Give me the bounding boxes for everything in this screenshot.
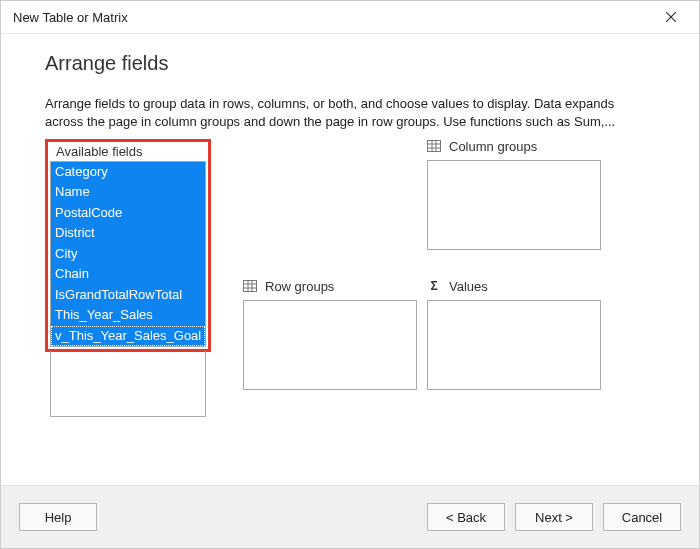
- cancel-button[interactable]: Cancel: [603, 503, 681, 531]
- sigma-icon: Σ: [427, 279, 441, 293]
- close-button[interactable]: [651, 3, 691, 31]
- back-button[interactable]: < Back: [427, 503, 505, 531]
- values-panel: Σ Values: [427, 279, 603, 390]
- field-item[interactable]: PostalCode: [51, 203, 205, 224]
- column-groups-panel: Column groups: [427, 139, 603, 250]
- footer: Help < Back Next > Cancel: [1, 485, 699, 548]
- help-button[interactable]: Help: [19, 503, 97, 531]
- field-item[interactable]: v_This_Year_Sales_Goal: [51, 326, 205, 347]
- values-label: Values: [449, 279, 488, 294]
- panels-area: Available fields Category Name PostalCod…: [45, 139, 659, 485]
- svg-rect-7: [244, 281, 257, 292]
- available-fields-label: Available fields: [50, 144, 206, 159]
- row-groups-dropzone[interactable]: [243, 300, 417, 390]
- highlight-box: Available fields Category Name PostalCod…: [45, 139, 211, 353]
- field-item[interactable]: Chain: [51, 264, 205, 285]
- field-item[interactable]: Name: [51, 182, 205, 203]
- page-description: Arrange fields to group data in rows, co…: [45, 95, 635, 131]
- row-groups-label: Row groups: [265, 279, 334, 294]
- wizard-body: Arrange fields Arrange fields to group d…: [1, 34, 699, 485]
- available-fields-listbox[interactable]: Category Name PostalCode District City C…: [50, 161, 206, 348]
- svg-rect-2: [428, 141, 441, 152]
- page-title: Arrange fields: [45, 52, 659, 75]
- table-icon: [427, 140, 441, 152]
- available-fields-lower[interactable]: [50, 351, 206, 417]
- next-button[interactable]: Next >: [515, 503, 593, 531]
- field-item[interactable]: Category: [51, 162, 205, 183]
- titlebar: New Table or Matrix: [1, 1, 699, 34]
- field-item[interactable]: District: [51, 223, 205, 244]
- window-title: New Table or Matrix: [13, 10, 651, 25]
- row-groups-panel: Row groups: [243, 279, 419, 390]
- column-groups-label: Column groups: [449, 139, 537, 154]
- column-groups-dropzone[interactable]: [427, 160, 601, 250]
- available-fields-panel: Available fields Category Name PostalCod…: [45, 139, 211, 418]
- close-icon: [666, 12, 676, 22]
- wizard-window: New Table or Matrix Arrange fields Arran…: [0, 0, 700, 549]
- table-icon: [243, 280, 257, 292]
- field-item[interactable]: City: [51, 244, 205, 265]
- values-dropzone[interactable]: [427, 300, 601, 390]
- field-item[interactable]: This_Year_Sales: [51, 305, 205, 326]
- field-item[interactable]: IsGrandTotalRowTotal: [51, 285, 205, 306]
